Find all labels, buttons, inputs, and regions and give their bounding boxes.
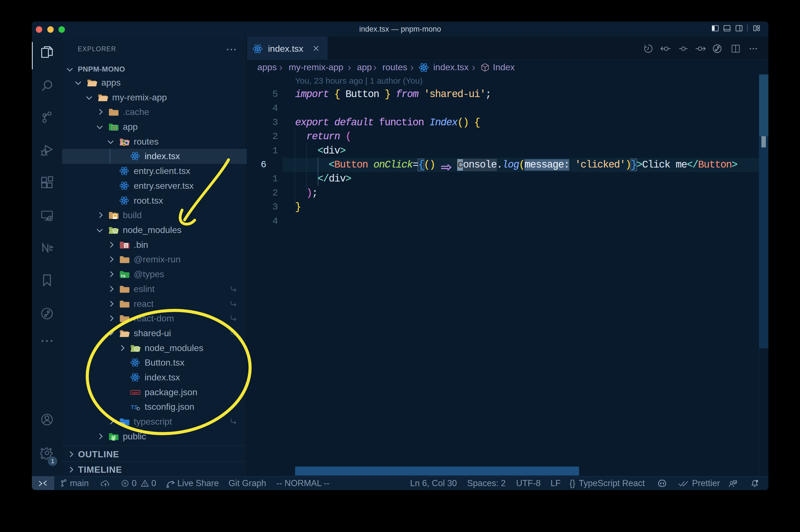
svg-text:npm: npm xyxy=(132,391,139,394)
svg-text:10: 10 xyxy=(125,246,127,248)
svg-text:TS: TS xyxy=(121,422,125,426)
svg-text:js: js xyxy=(136,347,138,350)
svg-text:01: 01 xyxy=(125,243,127,246)
svg-text:TS: TS xyxy=(121,274,126,278)
svg-text:js: js xyxy=(114,229,116,232)
